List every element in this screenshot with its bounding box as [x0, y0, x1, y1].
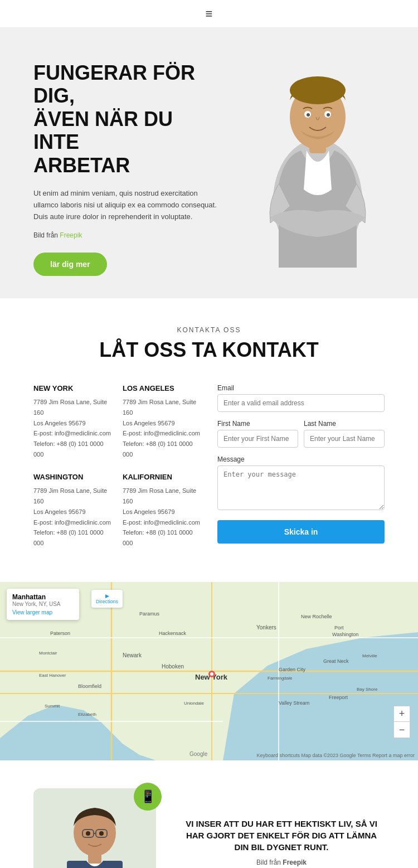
- svg-text:Hackensack: Hackensack: [159, 631, 187, 636]
- svg-text:Hoboken: Hoboken: [162, 663, 184, 670]
- office-washington: WASHINGTON 7789 Jim Rosa Lane, Suite 160…: [33, 473, 111, 548]
- svg-text:Newark: Newark: [123, 652, 142, 658]
- office-los-angeles-name: LOS ANGELES: [123, 384, 201, 392]
- bottom-credit: Bild från Freepik: [178, 859, 385, 866]
- contact-form: Email First Name Last Name Message Skick…: [217, 384, 385, 548]
- svg-text:Paterson: Paterson: [50, 631, 70, 636]
- hero-title: FUNGERAR FÖR DIG, ÄVEN NÄR DU INTE ARBET…: [33, 61, 223, 177]
- contact-title: LÅT OSS TA KONTAKT: [33, 338, 385, 362]
- message-group: Message: [217, 455, 385, 512]
- office-washington-name: WASHINGTON: [33, 473, 111, 481]
- hero-cta-button[interactable]: lär dig mer: [33, 253, 107, 276]
- contact-offices: NEW YORK 7789 Jim Rosa Lane, Suite 160 L…: [33, 384, 201, 548]
- map-section: New York Yonkers New Rochelle Port Washi…: [0, 582, 418, 760]
- contact-inner: NEW YORK 7789 Jim Rosa Lane, Suite 160 L…: [33, 384, 385, 548]
- lastname-input[interactable]: [304, 430, 385, 448]
- svg-point-41: [210, 672, 213, 676]
- map-zoom-controls: + −: [393, 706, 410, 738]
- directions-icon: ▶: [105, 593, 109, 599]
- lastname-group: Last Name: [304, 420, 385, 448]
- message-input[interactable]: [217, 465, 385, 510]
- svg-text:Great Neck: Great Neck: [323, 658, 349, 664]
- firstname-label: First Name: [217, 420, 298, 428]
- phone-badge-icon: 📱: [134, 783, 162, 811]
- zoom-in-button[interactable]: +: [394, 706, 410, 722]
- svg-text:East Hanover: East Hanover: [39, 673, 66, 678]
- hero-credit: Bild från Freepik: [33, 231, 223, 239]
- svg-text:Bloomfield: Bloomfield: [78, 683, 101, 689]
- svg-point-50: [86, 831, 90, 836]
- directions-label: Directions: [96, 599, 118, 604]
- svg-text:Garden City: Garden City: [279, 667, 306, 672]
- svg-text:Elizabeth: Elizabeth: [78, 712, 96, 717]
- office-new-york: NEW YORK 7789 Jim Rosa Lane, Suite 160 L…: [33, 384, 111, 459]
- office-new-york-name: NEW YORK: [33, 384, 111, 392]
- bottom-image-container: 📱: [33, 788, 156, 868]
- svg-text:Bay Shore: Bay Shore: [357, 687, 378, 692]
- office-los-angeles: LOS ANGELES 7789 Jim Rosa Lane, Suite 16…: [123, 384, 201, 459]
- svg-text:Google: Google: [189, 751, 208, 757]
- office-california: KALIFORNIEN 7789 Jim Rosa Lane, Suite 16…: [123, 473, 201, 548]
- zoom-out-button[interactable]: −: [394, 722, 410, 738]
- svg-text:Freeport: Freeport: [329, 695, 348, 700]
- lastname-label: Last Name: [304, 420, 385, 428]
- svg-text:Uniondale: Uniondale: [184, 701, 205, 706]
- message-label: Message: [217, 455, 385, 463]
- contact-label: KONTAKTA OSS: [33, 326, 385, 334]
- office-washington-info: 7789 Jim Rosa Lane, Suite 160 Los Angele…: [33, 486, 111, 548]
- office-los-angeles-info: 7789 Jim Rosa Lane, Suite 160 Los Angele…: [123, 397, 201, 459]
- map-popup-subtitle: New York, NY, USA: [12, 601, 74, 607]
- svg-text:Melville: Melville: [362, 653, 377, 658]
- svg-point-8: [327, 113, 330, 117]
- svg-point-7: [307, 113, 310, 117]
- bottom-content: VI INSER ATT DU HAR ETT HEKTISKT LIV, SÅ…: [178, 818, 385, 868]
- svg-text:Port: Port: [334, 625, 344, 631]
- email-label: Email: [217, 384, 385, 392]
- svg-text:Yonkers: Yonkers: [256, 624, 276, 631]
- map-credits: Keyboard shortcuts Map data ©2023 Google…: [256, 753, 415, 758]
- map-directions[interactable]: ▶ Directions: [91, 590, 123, 608]
- svg-text:Washington: Washington: [332, 632, 358, 637]
- svg-text:New Rochelle: New Rochelle: [301, 614, 332, 619]
- office-new-york-info: 7789 Jim Rosa Lane, Suite 160 Los Angele…: [33, 397, 111, 459]
- hamburger-icon[interactable]: ≡: [206, 7, 213, 21]
- svg-text:Montclair: Montclair: [39, 651, 57, 656]
- hero-description: Ut enim ad minim veniam, quis nostrud ex…: [33, 188, 223, 222]
- firstname-group: First Name: [217, 420, 298, 448]
- map-popup: Manhattan New York, NY, USA View larger …: [7, 589, 79, 620]
- name-row: First Name Last Name: [217, 420, 385, 455]
- bottom-text: VI INSER ATT DU HAR ETT HEKTISKT LIV, SÅ…: [178, 818, 385, 853]
- map-popup-title: Manhattan: [12, 593, 74, 601]
- freepik-link[interactable]: Freepik: [60, 231, 82, 239]
- email-input[interactable]: [217, 394, 385, 412]
- map-larger-link[interactable]: View larger map: [12, 609, 74, 615]
- navbar: ≡: [0, 0, 418, 28]
- email-group: Email: [217, 384, 385, 412]
- svg-text:Valley Stream: Valley Stream: [279, 700, 309, 706]
- submit-button[interactable]: Skicka in: [217, 520, 385, 544]
- bottom-section: 📱 VI INSER ATT DU HAR ETT HEKTISKT LIV, …: [0, 760, 418, 868]
- hero-image: [234, 45, 401, 279]
- contact-section: KONTAKTA OSS LÅT OSS TA KONTAKT NEW YORK…: [0, 298, 418, 581]
- svg-text:Summit: Summit: [45, 704, 60, 709]
- svg-text:Paramus: Paramus: [139, 611, 160, 617]
- office-california-name: KALIFORNIEN: [123, 473, 201, 481]
- firstname-input[interactable]: [217, 430, 298, 448]
- office-california-info: 7789 Jim Rosa Lane, Suite 160 Los Angele…: [123, 486, 201, 548]
- hero-section: FUNGERAR FÖR DIG, ÄVEN NÄR DU INTE ARBET…: [0, 28, 418, 298]
- hero-content: FUNGERAR FÖR DIG, ÄVEN NÄR DU INTE ARBET…: [33, 61, 223, 276]
- svg-text:Farmingdale: Farmingdale: [268, 676, 293, 681]
- svg-point-51: [99, 831, 104, 836]
